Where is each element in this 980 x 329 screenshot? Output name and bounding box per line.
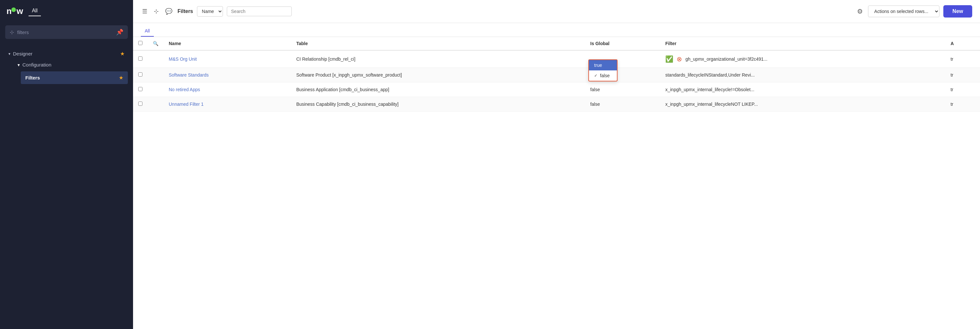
- table-row: No retired Apps Business Application [cm…: [133, 83, 980, 97]
- status-green-icon: ✅: [665, 55, 673, 63]
- row1-name-cell: M&S Org Unit: [164, 50, 291, 68]
- row3-icon-cell: [148, 83, 164, 97]
- col-filter: Filter: [660, 37, 945, 50]
- row4-checkbox[interactable]: [138, 102, 142, 106]
- col-checkbox: [133, 37, 148, 50]
- row1-is-global-cell: true ✓ false: [585, 50, 660, 68]
- row4-filter-cell: x_inpgh_upmx_internal_lifecycleNOT LIKEP…: [660, 97, 945, 111]
- table-row: M&S Org Unit CI Relationship [cmdb_rel_c…: [133, 50, 980, 68]
- row3-filter-value: x_inpgh_upmx_internal_lifecycle!=Obsolet…: [665, 87, 754, 92]
- logo-text-2: w: [17, 6, 23, 16]
- chevron-down-icon-config: ▾: [18, 62, 20, 67]
- row2-table-value: Software Product [x_inpgh_upmx_software_…: [296, 72, 402, 78]
- toolbar-title: Filters: [178, 8, 193, 14]
- row4-icon-cell: [148, 97, 164, 111]
- table-row: Software Standards Software Product [x_i…: [133, 68, 980, 83]
- nav-sub-configuration: ▾ Configuration Filters ★: [5, 59, 128, 84]
- search-icon[interactable]: 🔍: [153, 41, 158, 46]
- nav-group-configuration[interactable]: ▾ Configuration: [14, 59, 128, 70]
- col-active: A: [945, 37, 980, 50]
- nav-group-designer[interactable]: ▾ Designer ★: [5, 48, 128, 59]
- chevron-down-icon: ▾: [8, 52, 10, 56]
- search-input[interactable]: [227, 6, 292, 16]
- row3-active-cell: tr: [945, 83, 980, 97]
- tab-all[interactable]: All: [141, 25, 154, 37]
- row1-active-cell: tr: [945, 50, 980, 68]
- row3-checkbox[interactable]: [138, 87, 142, 91]
- col-name: Name: [164, 37, 291, 50]
- tabs-bar: All: [133, 23, 980, 37]
- row1-filter-value: gh_upmx_organizational_unit=3f2c491...: [685, 56, 767, 62]
- col-table: Table: [291, 37, 585, 50]
- nav-label-filters: Filters: [25, 75, 116, 81]
- row1-filter-cell: ✅ ⊗ gh_upmx_organizational_unit=3f2c491.…: [660, 50, 945, 68]
- nav-label-configuration: Configuration: [22, 62, 125, 67]
- row4-is-global-value: false: [590, 102, 600, 107]
- row2-icon-cell: [148, 68, 164, 83]
- table-container: 🔍 Name Table Is Global Filter A: [133, 37, 980, 329]
- filters-table: 🔍 Name Table Is Global Filter A: [133, 37, 980, 111]
- row4-table-value: Business Capability [cmdb_ci_business_ca…: [296, 102, 398, 107]
- row4-table-cell: Business Capability [cmdb_ci_business_ca…: [291, 97, 585, 111]
- row1-table-value: CI Relationship [cmdb_rel_ci]: [296, 56, 355, 62]
- dropdown-option-false[interactable]: ✓ false: [589, 70, 617, 81]
- row4-checkbox-cell: [133, 97, 148, 111]
- row1-checkbox-cell: [133, 50, 148, 68]
- filter-field-select[interactable]: Name: [197, 6, 223, 17]
- new-button[interactable]: New: [943, 5, 972, 17]
- row1-table-cell: CI Relationship [cmdb_rel_ci]: [291, 50, 585, 68]
- logo-dot: [11, 8, 16, 12]
- nav-section-designer: ▾ Designer ★ ▾ Configuration Filters ★: [0, 45, 133, 88]
- sidebar-nav: ▾ Designer ★ ▾ Configuration Filters ★: [0, 42, 133, 329]
- star-icon-designer[interactable]: ★: [120, 51, 125, 57]
- sidebar-header: n w All: [0, 0, 133, 22]
- row2-checkbox[interactable]: [138, 72, 142, 76]
- row2-name-link[interactable]: Software Standards: [169, 72, 208, 78]
- row2-filter-cell: standards_lifecycleINStandard,Under Revi…: [660, 68, 945, 83]
- row2-table-cell: Software Product [x_inpgh_upmx_software_…: [291, 68, 585, 83]
- star-icon-filters[interactable]: ★: [119, 75, 123, 81]
- row3-name-cell: No retired Apps: [164, 83, 291, 97]
- col-is-global: Is Global: [585, 37, 660, 50]
- toolbar: ☰ ⊹ 💬 Filters Name ⚙ Actions on selected…: [133, 0, 980, 23]
- sidebar-search-input[interactable]: [17, 30, 113, 35]
- row2-active-cell: tr: [945, 68, 980, 83]
- row1-status-cell: ✅ ⊗ gh_upmx_organizational_unit=3f2c491.…: [665, 55, 940, 63]
- gear-icon[interactable]: ⚙: [856, 6, 864, 17]
- select-all-checkbox[interactable]: [138, 41, 142, 45]
- row4-active-cell: tr: [945, 97, 980, 111]
- sidebar-search-bar: ⊹ 📌: [5, 25, 128, 39]
- row3-table-cell: Business Application [cmdb_ci_business_a…: [291, 83, 585, 97]
- dropdown-option-true[interactable]: true: [589, 60, 617, 70]
- is-global-dropdown[interactable]: true ✓ false: [588, 59, 617, 81]
- actions-select[interactable]: Actions on selected rows...: [868, 6, 939, 17]
- row4-is-global-cell: false: [585, 97, 660, 111]
- filter-icon[interactable]: ⊹: [153, 6, 160, 16]
- row3-is-global-value: false: [590, 87, 600, 92]
- row1-checkbox[interactable]: [138, 56, 142, 61]
- menu-icon[interactable]: ☰: [141, 6, 149, 16]
- nav-item-filters[interactable]: Filters ★: [21, 72, 128, 84]
- nav-label-designer: Designer: [13, 51, 118, 56]
- row4-name-link[interactable]: Unnamed Filter 1: [169, 102, 204, 107]
- row3-is-global-cell: false: [585, 83, 660, 97]
- status-red-icon: ⊗: [676, 55, 682, 63]
- filter-icon: ⊹: [10, 29, 14, 35]
- row3-filter-cell: x_inpgh_upmx_internal_lifecycle!=Obsolet…: [660, 83, 945, 97]
- col-search-icon: 🔍: [148, 37, 164, 50]
- row3-name-link[interactable]: No retired Apps: [169, 87, 200, 92]
- logo-text: n: [6, 6, 11, 16]
- row2-checkbox-cell: [133, 68, 148, 83]
- row2-filter-value: standards_lifecycleINStandard,Under Revi…: [665, 72, 754, 78]
- now-logo: n w: [6, 6, 23, 16]
- sidebar: n w All ⊹ 📌 ▾ Designer ★ ▾ Configuration: [0, 0, 133, 329]
- nav-tab-all[interactable]: All: [29, 6, 41, 16]
- row4-name-cell: Unnamed Filter 1: [164, 97, 291, 111]
- table-row: Unnamed Filter 1 Business Capability [cm…: [133, 97, 980, 111]
- main-content: ☰ ⊹ 💬 Filters Name ⚙ Actions on selected…: [133, 0, 980, 329]
- chat-icon[interactable]: 💬: [164, 6, 173, 16]
- row1-name-link[interactable]: M&S Org Unit: [169, 56, 197, 62]
- dropdown-false-label: false: [600, 73, 610, 78]
- pin-icon[interactable]: 📌: [116, 29, 123, 36]
- row3-table-value: Business Application [cmdb_ci_business_a…: [296, 87, 389, 92]
